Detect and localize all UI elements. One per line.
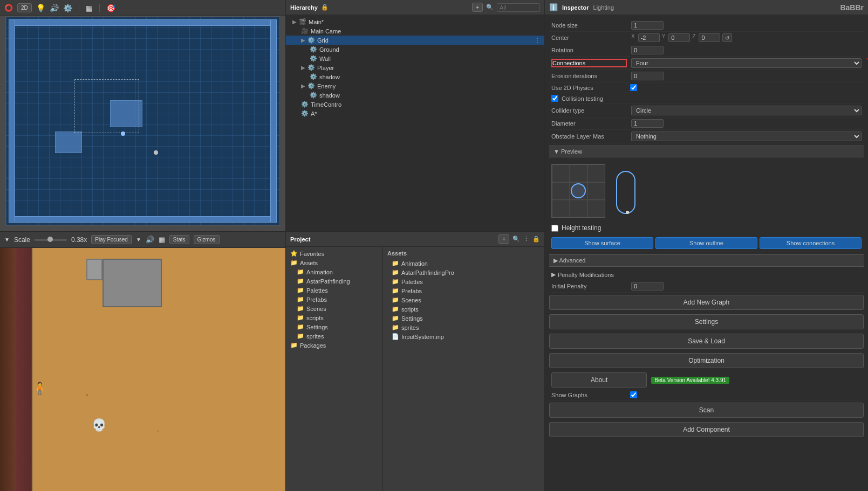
audio-icon-game[interactable]: 🔊 xyxy=(146,236,154,244)
asset-folder-scripts2[interactable]: 📁 scripts xyxy=(387,305,540,314)
stats-btn[interactable]: Stats xyxy=(169,235,189,244)
collapse-arrow-advanced[interactable]: ▶ xyxy=(553,257,558,264)
dropdown-icon[interactable]: ▼ xyxy=(4,237,10,243)
x-label: X xyxy=(631,33,635,42)
folder-animation[interactable]: 📁 Animation xyxy=(286,267,382,276)
project-add-btn[interactable]: + xyxy=(498,234,509,244)
scan-btn[interactable]: Scan xyxy=(549,403,864,418)
asset-label-pf2: Prefabs xyxy=(401,288,422,294)
folder-scripts[interactable]: 📁 scripts xyxy=(286,313,382,322)
options-icon-project[interactable]: ⋮ xyxy=(523,236,529,243)
2d-toggle[interactable]: 2D xyxy=(17,3,32,12)
asset-folder-prefabs2[interactable]: 📁 Prefabs xyxy=(387,286,540,295)
collision-row: Collision testing xyxy=(549,93,864,104)
folder-scenes[interactable]: 📁 Scenes xyxy=(286,304,382,313)
save-load-btn[interactable]: Save & Load xyxy=(549,334,864,349)
folder-packages[interactable]: 📁 Packages xyxy=(286,341,382,350)
folder-prefabs[interactable]: 📁 Prefabs xyxy=(286,295,382,304)
center-y-input[interactable] xyxy=(668,33,690,42)
tree-label-timecontrol: TimeContro xyxy=(311,101,341,108)
tree-item-player-shadow[interactable]: ⚙️ shadow xyxy=(286,72,544,81)
tree-item-enemy-shadow[interactable]: ⚙️ shadow xyxy=(286,91,544,100)
center-x-input[interactable] xyxy=(638,33,660,42)
folder-favorites[interactable]: ⭐ Favorites xyxy=(286,249,382,258)
preview-header: ▼ Preview xyxy=(549,146,864,157)
asset-folder-settings2[interactable]: 📁 Settings xyxy=(387,314,540,323)
asset-label-sc2: Scenes xyxy=(401,297,421,303)
tree-item-ground[interactable]: ⚙️ Ground xyxy=(286,45,544,54)
show-connections-btn[interactable]: Show connections xyxy=(760,237,862,249)
capsule-handle-right[interactable] xyxy=(626,211,629,214)
audio-icon[interactable]: 🔊 xyxy=(50,4,59,12)
light-icon[interactable]: 💡 xyxy=(36,4,45,12)
penalty-header[interactable]: ▶ Penalty Modifications xyxy=(549,269,864,280)
asset-folder-anim[interactable]: 📁 Animation xyxy=(387,259,540,268)
tree-item-player[interactable]: ▶ ⚙️ Player xyxy=(286,63,544,72)
hierarchy-add-btn[interactable]: + xyxy=(472,3,483,12)
tree-item-timecontrol[interactable]: ⚙️ TimeContro xyxy=(286,100,544,109)
asset-file-input[interactable]: 📄 InputSystem.inp xyxy=(387,332,540,341)
folder-sprites[interactable]: 📁 sprites xyxy=(286,331,382,341)
collapse-arrow-preview[interactable]: ▼ xyxy=(553,148,559,155)
erosion-input[interactable] xyxy=(631,72,664,80)
add-graph-btn[interactable]: Add New Graph xyxy=(549,295,864,310)
reset-xyz-btn[interactable]: ↺ xyxy=(722,33,732,42)
use2d-checkbox[interactable] xyxy=(630,84,637,91)
folder-assets-root[interactable]: 📁 Assets xyxy=(286,258,382,267)
tree-item-wall[interactable]: ⚙️ Wall xyxy=(286,54,544,63)
collider-select[interactable]: Circle Box Capsule xyxy=(631,106,862,115)
aspect-icon[interactable]: ▦ xyxy=(159,236,165,244)
gizmos-btn[interactable]: Gizmos xyxy=(194,235,220,244)
tree-item-enemy[interactable]: ▶ ⚙️ Enemy xyxy=(286,81,544,91)
folder-label-assets-root: Assets xyxy=(300,260,318,266)
tree-label-maincamera: Main Came xyxy=(311,28,341,34)
folder-settings[interactable]: 📁 Settings xyxy=(286,322,382,331)
node-size-input[interactable] xyxy=(631,21,664,30)
gizmos-icon[interactable]: 🎯 xyxy=(106,4,115,12)
scale-slider[interactable] xyxy=(35,239,67,241)
initial-penalty-input[interactable] xyxy=(631,282,664,291)
lock-icon[interactable]: 🔒 xyxy=(321,4,329,11)
folder-palettes[interactable]: 📁 Palettes xyxy=(286,286,382,295)
asset-folder-sprites2[interactable]: 📁 sprites xyxy=(387,323,540,332)
options-icon-grid[interactable]: ⋮ xyxy=(535,37,540,43)
folder-icon: 📁 xyxy=(392,260,399,267)
folder-label-favorites: Favorites xyxy=(300,251,324,257)
connections-select[interactable]: Four Eight Six xyxy=(631,58,862,68)
show-surface-btn[interactable]: Show surface xyxy=(551,237,653,249)
hierarchy-search[interactable] xyxy=(497,3,540,12)
layout-icon[interactable]: ▦ xyxy=(86,4,93,12)
rotate-icon[interactable]: ⭕ xyxy=(4,4,13,12)
play-focused-btn[interactable]: Play Focused xyxy=(91,235,132,244)
collision-checkbox[interactable] xyxy=(551,95,558,102)
fx-icon[interactable]: ⚙️ xyxy=(63,4,72,12)
show-graphs-checkbox[interactable] xyxy=(630,391,637,398)
asset-folder-astarpro[interactable]: 📁 AstarPathfindingPro xyxy=(387,268,540,277)
add-component-btn[interactable]: Add Component xyxy=(549,422,864,437)
tree-item-maincamera[interactable]: 🎥 Main Came xyxy=(286,26,544,36)
lock-icon-project[interactable]: 🔒 xyxy=(532,236,540,243)
folder-astar[interactable]: 📁 AstarPathfinding xyxy=(286,276,382,286)
rotation-input[interactable] xyxy=(631,46,664,54)
folder-icon-p2: 📁 xyxy=(392,278,399,285)
folder-icon-scripts: 📁 xyxy=(297,314,304,321)
diameter-input[interactable] xyxy=(631,119,664,128)
show-outline-btn[interactable]: Show outline xyxy=(655,237,757,249)
folder-icon-pf2: 📁 xyxy=(392,287,399,294)
dropdown-arrow[interactable]: ▼ xyxy=(136,237,141,243)
lighting-label[interactable]: Lighting xyxy=(593,4,614,11)
obstacle-select[interactable]: Nothing Everything Default xyxy=(631,132,862,141)
height-test-checkbox[interactable] xyxy=(551,225,558,232)
center-z-input[interactable] xyxy=(699,33,720,42)
tree-item-main[interactable]: ▶ 🎬 Main* xyxy=(286,17,544,26)
settings-btn[interactable]: Settings xyxy=(549,314,864,329)
asset-folder-palettes2[interactable]: 📁 Palettes xyxy=(387,277,540,286)
tree-item-grid[interactable]: ▶ ⚙️ Grid ⋮ xyxy=(286,36,544,45)
asset-folder-scenes2[interactable]: 📁 Scenes xyxy=(387,295,540,305)
folder-label-packages: Packages xyxy=(300,342,326,349)
optimization-btn[interactable]: Optimization xyxy=(549,353,864,368)
asset-label-p2: Palettes xyxy=(401,279,423,285)
tree-item-astar[interactable]: ⚙️ A* xyxy=(286,109,544,118)
advanced-header[interactable]: ▶ Advanced xyxy=(549,254,864,267)
about-btn[interactable]: About xyxy=(551,372,647,388)
